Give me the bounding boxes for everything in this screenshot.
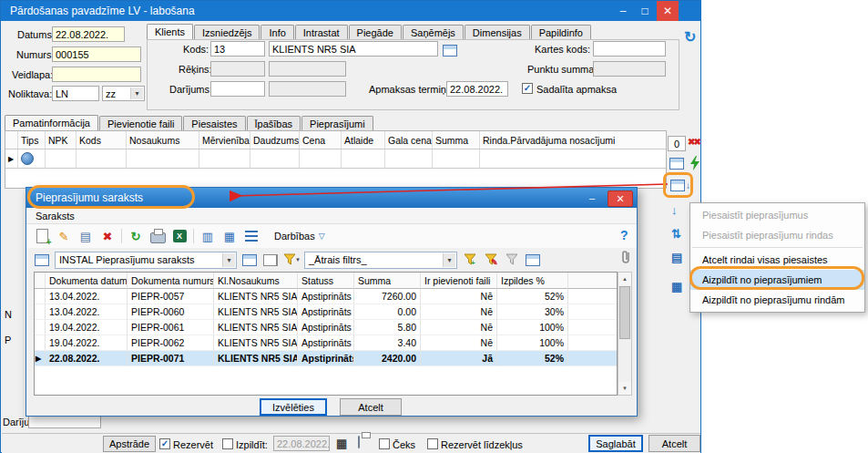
- izpildit-checkbox[interactable]: [222, 438, 233, 449]
- apstrade-button[interactable]: Apstrāde: [103, 436, 156, 452]
- new-icon[interactable]: +: [34, 228, 50, 244]
- table-row[interactable]: 13.04.2022. PIEPR-0060 KLIENTS NR5 SIA A…: [35, 304, 617, 320]
- izveleties-button[interactable]: Izvēlēties: [260, 398, 327, 416]
- cell-datums[interactable]: 19.04.2022.: [46, 320, 128, 335]
- cell-izpildes[interactable]: 52%: [497, 289, 568, 304]
- menu-item-aizpildit-no-pieprasijumiem[interactable]: Aizpildīt no pieprasījumiem: [690, 270, 864, 290]
- quick-filter-combo[interactable]: _Ātrais filtrs_ ▾: [304, 252, 457, 269]
- numurs-field[interactable]: 000155: [52, 46, 141, 62]
- fill-from-requests-icon[interactable]: ↓: [670, 180, 690, 191]
- dialog-minimize-icon[interactable]: –: [580, 190, 604, 205]
- minimize-icon[interactable]: –: [612, 1, 634, 21]
- print-icon[interactable]: [149, 228, 166, 244]
- col-ir-pievienoti-faili[interactable]: Ir pievienoti faili: [421, 273, 497, 289]
- cell-izpildes[interactable]: 100%: [497, 335, 568, 351]
- klients-nosaukums-field[interactable]: KLIENTS NR5 SIA: [269, 41, 438, 57]
- preview-icon[interactable]: ▤: [77, 228, 94, 244]
- refresh-icon[interactable]: ↻: [128, 228, 144, 244]
- grid-header-atlaide[interactable]: Atlaide: [342, 131, 385, 149]
- noliktava-combo[interactable]: zz ▾: [102, 86, 145, 101]
- cell-nosaukums[interactable]: KLIENTS NR5 SIA: [214, 320, 298, 335]
- print-icon[interactable]: [358, 437, 360, 448]
- report-select-icon[interactable]: [34, 252, 50, 268]
- cell-numurs[interactable]: PIEPR-0062: [128, 335, 214, 351]
- ceks-checkbox[interactable]: [379, 438, 390, 449]
- cell-nosaukums[interactable]: KLIENTS NR5 SIA: [214, 351, 298, 366]
- tab-info[interactable]: Info: [260, 25, 293, 40]
- dialog-close-icon[interactable]: ✕: [608, 190, 633, 207]
- vertical-scrollbar[interactable]: ▲ ▼: [618, 272, 632, 396]
- grid-header-daudzums[interactable]: Daudzums: [250, 131, 300, 149]
- main-titlebar[interactable]: Pārdošanas pavadzīme LV - labošana – □ ✕: [1, 1, 700, 21]
- kartes-kods-field[interactable]: [593, 41, 666, 57]
- lookup-icon[interactable]: [442, 42, 458, 58]
- col-kl-nosaukums[interactable]: Kl.Nosaukums: [214, 273, 298, 289]
- cell-statuss[interactable]: Apstiprināts: [298, 289, 354, 304]
- cell-summa[interactable]: 3.40: [354, 335, 421, 351]
- delete-icon[interactable]: ✖: [99, 228, 116, 244]
- chevron-down-icon[interactable]: ▾: [443, 253, 455, 267]
- grid-header-nosaukums[interactable]: Nosaukums: [127, 131, 199, 149]
- table-row[interactable]: ▶: [5, 149, 666, 169]
- swap-rows-icon[interactable]: ⇅: [671, 227, 681, 241]
- tab-piesaistes[interactable]: Piesaistes: [183, 116, 245, 131]
- rekins-field-1[interactable]: [210, 61, 265, 77]
- cell-summa[interactable]: 2420.00: [354, 351, 421, 366]
- scroll-up-icon[interactable]: ▲: [618, 273, 631, 285]
- table-row[interactable]: 19.04.2022. PIEPR-0062 KLIENTS NR5 SIA A…: [35, 335, 617, 351]
- col-izpildes[interactable]: Izpildes %: [497, 273, 568, 289]
- grid-header-rinda[interactable]: Rinda.Pārvadājuma nosacījumi: [480, 131, 666, 149]
- tab-papildinfo[interactable]: Papildinfo: [531, 25, 591, 40]
- report-combo[interactable]: INSTAL Pieprasījumu saraksts ▾: [55, 252, 237, 269]
- cell-izpildes[interactable]: 100%: [497, 320, 568, 335]
- cell-faili[interactable]: Nē: [421, 289, 497, 304]
- view-card-icon[interactable]: ▤: [671, 251, 682, 264]
- cell-datums[interactable]: 13.04.2022.: [46, 304, 128, 320]
- grid-header-gala-cena[interactable]: Gala cena: [385, 131, 433, 149]
- period-icon[interactable]: [525, 252, 541, 268]
- tab-dimensijas[interactable]: Dimensijas: [465, 25, 530, 40]
- rekins-field-2[interactable]: [269, 61, 346, 77]
- grid-header-npk[interactable]: NPK: [46, 131, 77, 149]
- darijums-field-1[interactable]: [210, 81, 265, 97]
- menu-item-aizpildit-no-rindam[interactable]: Aizpildīt no pieprasījumu rindām: [690, 290, 864, 310]
- grid-cell-summa[interactable]: [433, 149, 480, 169]
- veidlapa-field[interactable]: [52, 67, 141, 82]
- darijums-field-2[interactable]: [269, 81, 346, 97]
- cell-datums[interactable]: 22.08.2022.: [46, 351, 128, 366]
- columns-icon[interactable]: ▦: [221, 228, 238, 244]
- apply-filter-icon[interactable]: +: [462, 252, 478, 268]
- dialog-atcelt-button[interactable]: Atcelt: [340, 398, 402, 416]
- kods-field[interactable]: 13: [210, 41, 265, 57]
- scroll-thumb[interactable]: [619, 286, 630, 339]
- tab-izsniedzejs[interactable]: Izsniedzējs: [194, 25, 260, 40]
- grid-cell-npk[interactable]: [46, 149, 77, 169]
- columns-list-icon[interactable]: ▦: [671, 280, 682, 293]
- grid-cell-atlaide[interactable]: [342, 149, 385, 169]
- saglabat-button[interactable]: Saglabāt: [588, 435, 643, 452]
- col-dokumenta-datums[interactable]: Dokumenta datums: [46, 273, 128, 289]
- chevron-down-icon[interactable]: ▾: [130, 88, 143, 99]
- cell-statuss[interactable]: Apstiprināts: [298, 304, 354, 320]
- attach-requests-icon[interactable]: [669, 158, 684, 170]
- grid-header-cena[interactable]: Cena: [300, 131, 342, 149]
- cell-summa[interactable]: 0.00: [354, 304, 421, 320]
- col-dokumenta-numurs[interactable]: Dokumenta numurs: [128, 273, 214, 289]
- datums-field[interactable]: 22.08.2022.: [52, 26, 125, 42]
- grid-header-mervieniba[interactable]: Mērvienība: [199, 131, 250, 149]
- punktu-summa-field[interactable]: [593, 61, 666, 77]
- cell-faili[interactable]: Nē: [421, 320, 497, 335]
- tab-ipasibas[interactable]: Īpašības: [247, 116, 301, 131]
- maximize-icon[interactable]: □: [634, 1, 656, 21]
- scroll-down-icon[interactable]: ▼: [618, 382, 631, 395]
- tab-klients[interactable]: Klients: [147, 24, 193, 40]
- atcelt-button[interactable]: Atcelt: [648, 435, 700, 452]
- grid-header-summa[interactable]: Summa: [433, 131, 480, 149]
- tab-intrastat[interactable]: Intrastat: [295, 25, 348, 40]
- apmaksas-termins-field[interactable]: 22.08.2022.: [446, 81, 508, 97]
- split-view-icon[interactable]: ▥: [199, 228, 216, 244]
- col-statuss[interactable]: Statuss: [298, 273, 354, 289]
- tab-sanemejs[interactable]: Saņēmējs: [403, 25, 464, 40]
- tab-pievienotie-faili[interactable]: Pievienotie faili: [99, 116, 182, 131]
- cell-statuss[interactable]: Apstiprināts: [298, 320, 354, 335]
